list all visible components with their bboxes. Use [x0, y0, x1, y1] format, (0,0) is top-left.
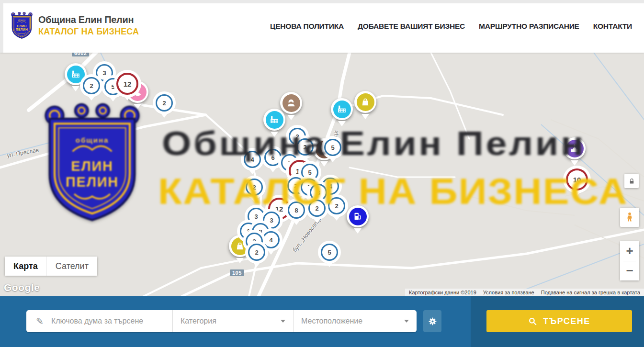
nav-item-pricing[interactable]: ЦЕНОВА ПОЛИТИКА: [270, 22, 344, 31]
page-edge-top: [0, 0, 644, 3]
keyword-input[interactable]: [50, 316, 165, 326]
map-type-control: Карта Сателит: [5, 257, 97, 276]
cluster-marker[interactable]: 5: [321, 244, 338, 261]
category-select-label: Категория: [181, 317, 216, 325]
lock-icon: [628, 178, 635, 185]
nav-item-contacts[interactable]: КОНТАКТИ: [593, 22, 632, 31]
watermark-subtitle: КАТАЛОГ НА БИЗНЕСА: [158, 170, 628, 212]
google-logo[interactable]: Google: [4, 282, 40, 293]
category-select[interactable]: Категория: [172, 310, 293, 332]
page-edge-left: [0, 0, 3, 53]
brand[interactable]: община ЕЛИН ПЕЛИН Община Елин Пелин КАТА…: [11, 11, 139, 40]
search-bar: ✎ Категория Местоположение ТЪРСЕНЕ: [0, 296, 644, 347]
location-select[interactable]: Местоположение: [293, 310, 417, 332]
svg-text:ЕЛИН: ЕЛИН: [71, 158, 113, 174]
pencil-icon: ✎: [36, 317, 44, 326]
svg-text:ПЕЛИН: ПЕЛИН: [66, 174, 119, 190]
advanced-settings-button[interactable]: [423, 310, 441, 332]
nav-item-add-business[interactable]: ДОБАВЕТЕ ВАШИЯТ БИЗНЕС: [358, 22, 465, 31]
svg-text:ПЕЛИН: ПЕЛИН: [16, 28, 28, 31]
search-fields: ✎ Категория Местоположение: [26, 310, 417, 332]
zoom-out-button[interactable]: −: [620, 261, 639, 281]
cluster-marker[interactable]: 4: [262, 231, 280, 248]
report-error-link[interactable]: Подаване на сигнал за грешка в картата: [541, 290, 640, 295]
map-view-button[interactable]: Карта: [5, 257, 46, 276]
svg-text:община: община: [18, 19, 26, 21]
nav-item-route-schedule[interactable]: МАРШРУТНО РАЗПИСАНИЕ: [479, 22, 579, 31]
cluster-marker[interactable]: 2: [156, 94, 173, 112]
search-button[interactable]: ТЪРСЕНЕ: [486, 310, 632, 332]
attribution-copyright: Картографски данни ©2019: [409, 290, 476, 295]
main-nav: ЦЕНОВА ПОЛИТИКА ДОБАВЕТЕ ВАШИЯТ БИЗНЕС М…: [270, 0, 632, 53]
cluster-marker[interactable]: 2: [248, 244, 265, 261]
pegman-icon: [624, 212, 635, 223]
google-map[interactable]: 6002105ул. Преславбул. „Новоселцици 3251…: [0, 53, 644, 296]
cluster-marker[interactable]: 12: [116, 73, 138, 95]
terms-link[interactable]: Условия за ползване: [483, 290, 534, 295]
keyword-field[interactable]: ✎: [26, 310, 172, 332]
zoom-in-button[interactable]: +: [620, 241, 639, 261]
svg-text:ЕЛИН: ЕЛИН: [17, 24, 26, 28]
site-subtitle: КАТАЛОГ НА БИЗНЕСА: [38, 27, 139, 37]
street-view-pegman[interactable]: [620, 208, 639, 227]
map-attribution: Картографски данни ©2019 Условия за полз…: [405, 289, 644, 296]
cluster-marker[interactable]: 2: [83, 77, 100, 94]
satellite-view-button[interactable]: Сателит: [46, 257, 97, 276]
chevron-down-icon: [404, 320, 409, 325]
gear-icon: [428, 316, 438, 326]
lock-control[interactable]: [624, 174, 639, 188]
municipality-logo-icon: община ЕЛИН ПЕЛИН: [11, 11, 33, 40]
search-button-label: ТЪРСЕНЕ: [543, 316, 590, 326]
zoom-control: + −: [620, 241, 639, 280]
chevron-down-icon: [281, 320, 285, 325]
watermark-title: Община Елин Пелин: [162, 124, 586, 163]
svg-text:община: община: [76, 136, 109, 144]
watermark-shield: община ЕЛИН ПЕЛИН: [43, 102, 141, 225]
location-select-label: Местоположение: [301, 317, 362, 325]
search-icon: [528, 317, 537, 326]
header: община ЕЛИН ПЕЛИН Община Елин Пелин КАТА…: [0, 0, 644, 53]
site-title: Община Елин Пелин: [38, 14, 139, 25]
